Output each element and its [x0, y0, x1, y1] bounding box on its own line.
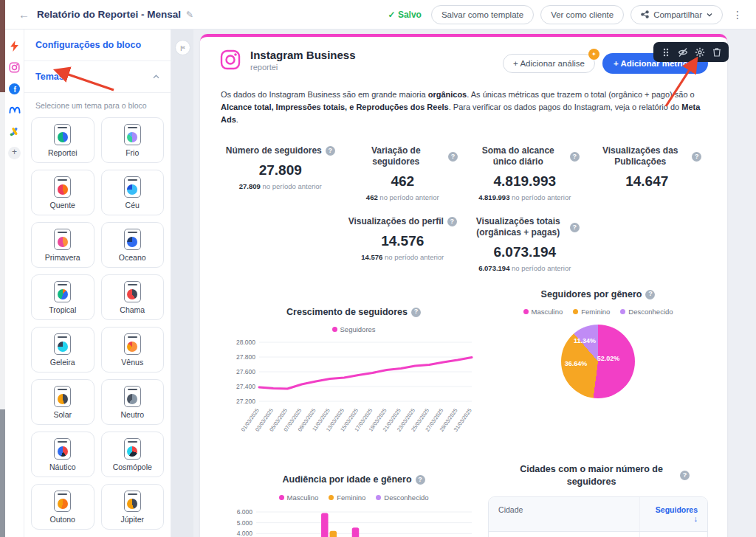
doc-topbar — [128, 493, 137, 496]
theme-card-tropical[interactable]: Tropical — [31, 274, 94, 320]
theme-card-náutico[interactable]: Náutico — [31, 432, 94, 477]
legend-dot — [329, 495, 334, 500]
hide-block-icon[interactable] — [676, 45, 690, 59]
help-icon[interactable]: ? — [692, 152, 701, 162]
metric-label: Visualizações totais (orgânicas + pagas)… — [470, 216, 580, 238]
legend-dot — [523, 309, 529, 314]
legend-item-desconhecido: Desconhecido — [620, 308, 673, 316]
help-icon[interactable]: ? — [411, 308, 421, 317]
theme-card-júpiter[interactable]: Júpiter — [101, 484, 165, 530]
metric-previous: 4.819.993 no período anterior — [470, 193, 580, 201]
doc-topbar — [128, 179, 137, 181]
help-icon[interactable]: ? — [416, 475, 425, 485]
share-button[interactable]: Compartilhar — [630, 5, 723, 24]
metric-value: 14.576 — [348, 233, 458, 249]
doc-topbar — [128, 336, 137, 339]
theme-card-vênus[interactable]: Vênus — [101, 327, 165, 373]
theme-pie — [58, 132, 68, 142]
cities-col-followers[interactable]: Seguidores ↓ — [639, 497, 707, 531]
doc-topbar — [58, 441, 67, 443]
help-icon[interactable]: ? — [448, 152, 458, 162]
theme-card-quente[interactable]: Quente — [31, 170, 94, 215]
instagram-icon[interactable] — [9, 61, 21, 73]
doc-topbar — [58, 179, 67, 181]
theme-grid: ReporteiFrioQuenteCéuPrimaveraOceanoTrop… — [24, 115, 171, 532]
cities-col-city: Cidade — [489, 497, 639, 531]
theme-pie — [127, 184, 137, 195]
theme-label: Primavera — [45, 253, 80, 262]
theme-label: Chama — [120, 305, 145, 314]
age-gender-bar-chart: Audiência por idade e gênero?MasculinoFe… — [219, 463, 488, 537]
theme-label: Reportei — [48, 148, 78, 157]
gender-pie-chart: Seguidores por gênero?MasculinoFemininoD… — [488, 288, 708, 450]
sidebar-config-header[interactable]: Configurações do bloco — [24, 30, 171, 61]
legend-item-desconhecido: Desconhecido — [376, 493, 428, 502]
theme-card-chama[interactable]: Chama — [101, 274, 165, 320]
chevron-up-icon — [153, 75, 159, 79]
city-followers: 2.749 — [639, 532, 707, 537]
svg-text:5.000: 5.000 — [237, 519, 253, 526]
pie-slice-label: 52.02% — [597, 355, 620, 362]
save-template-button[interactable]: Salvar como template — [431, 5, 534, 24]
legend-dot — [573, 309, 578, 314]
reportei-logo-icon[interactable] — [9, 40, 21, 52]
charts-row-1: Crescimento de seguidores?Seguidores28.0… — [219, 288, 708, 450]
report-canvas: Instagram Business reportei + Adicionar … — [193, 30, 756, 537]
theme-pie — [58, 184, 68, 195]
metric-label: Número de seguidores? — [225, 145, 336, 156]
theme-card-geleira[interactable]: Geleira — [31, 327, 94, 373]
theme-card-cosmópole[interactable]: Cosmópole — [101, 432, 165, 477]
chart-legend: MasculinoFemininoDesconhecido — [219, 493, 488, 502]
theme-pie — [127, 132, 137, 142]
help-icon[interactable]: ? — [570, 152, 580, 162]
theme-card-outono[interactable]: Outono — [31, 484, 94, 530]
metric-visualiza-es-totais-org-nicas-pagas-: Visualizações totais (orgânicas + pagas)… — [464, 216, 586, 272]
theme-label: Céu — [126, 201, 140, 209]
help-icon[interactable]: ? — [680, 471, 690, 480]
theme-card-solar[interactable]: Solar — [31, 379, 94, 425]
theme-pie — [127, 342, 137, 352]
facebook-icon[interactable]: f — [9, 83, 21, 94]
add-channel-button[interactable]: + — [8, 147, 21, 159]
help-icon[interactable]: ? — [570, 223, 580, 232]
delete-block-icon[interactable] — [709, 45, 724, 59]
more-menu-icon[interactable]: ⋮ — [729, 9, 746, 21]
block-description: Os dados do Instagram Business são em gr… — [221, 89, 707, 126]
doc-topbar — [128, 389, 137, 391]
drag-handle-icon[interactable] — [659, 45, 673, 59]
metric-label: Variação de seguidores? — [348, 145, 458, 167]
theme-label: Oceano — [119, 253, 146, 262]
meta-icon[interactable] — [9, 104, 21, 116]
edit-title-icon[interactable]: ✎ — [186, 10, 193, 20]
theme-card-reportei[interactable]: Reportei — [31, 117, 94, 163]
view-as-client-button[interactable]: Ver como cliente — [540, 5, 624, 24]
charts-row-2: Audiência por idade e gênero?MasculinoFe… — [219, 463, 708, 537]
chart-title: Audiência por idade e gênero? — [219, 474, 488, 485]
sidebar-themes-header[interactable]: Temas — [24, 61, 171, 93]
doc-topbar — [58, 389, 67, 391]
help-icon[interactable]: ? — [326, 146, 335, 156]
doc-topbar — [128, 284, 137, 286]
theme-card-oceano[interactable]: Oceano — [101, 222, 165, 268]
theme-card-primavera[interactable]: Primavera — [31, 222, 94, 268]
help-icon[interactable]: ? — [645, 290, 655, 299]
add-analysis-button[interactable]: + Adicionar análise ✦ — [503, 54, 595, 73]
theme-pie — [127, 394, 137, 404]
theme-doc-icon — [124, 438, 141, 460]
top-cities-table: Cidades com o maior número de seguidores… — [488, 463, 708, 537]
google-ads-icon[interactable] — [9, 125, 21, 137]
theme-pie — [127, 499, 137, 509]
metric-label: Visualizações das Publicações? — [592, 145, 703, 167]
help-icon[interactable]: ? — [447, 217, 457, 226]
metric-value: 462 — [348, 173, 458, 190]
city-row: São Paulo, São Paulo (estado)2.749 — [489, 532, 707, 537]
theme-card-frio[interactable]: Frio — [101, 117, 165, 163]
back-icon[interactable]: ← — [18, 8, 30, 21]
theme-card-céu[interactable]: Céu — [101, 170, 165, 215]
block-settings-icon[interactable] — [693, 45, 707, 59]
metric-soma-do-alcance-nico-di-rio: Soma do alcance único diário?4.819.9934.… — [464, 145, 586, 201]
chart-legend: Seguidores — [219, 325, 488, 333]
collapse-sidebar-button[interactable]: |« — [175, 40, 190, 55]
theme-card-neutro[interactable]: Neutro — [101, 379, 165, 425]
metrics-row-1: Número de seguidores?27.80927.809 no per… — [219, 145, 708, 201]
